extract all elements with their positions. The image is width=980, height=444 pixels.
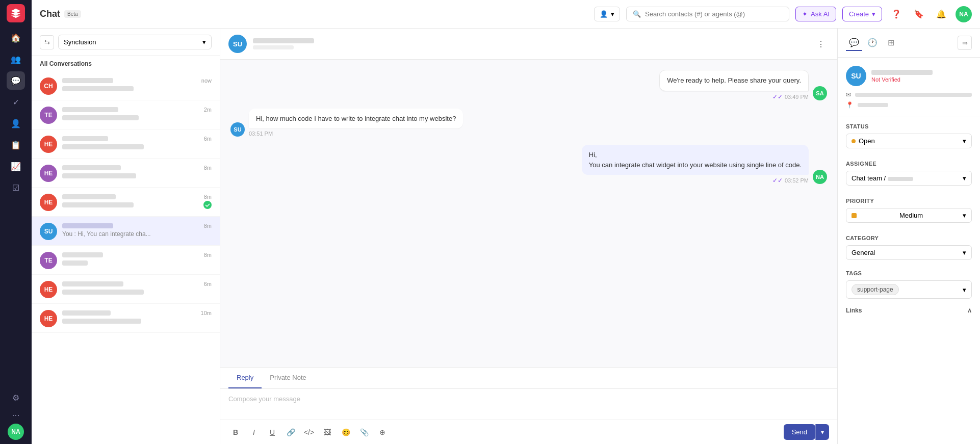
chat-contact-sub <box>253 45 294 49</box>
message-bubble: Hi, You can integrate chat widget into y… <box>582 145 809 184</box>
search-bar[interactable]: 🔍 <box>626 7 789 21</box>
search-input[interactable] <box>645 10 783 18</box>
conv-preview <box>62 290 144 295</box>
conv-time: 10m <box>201 310 212 316</box>
compose-input[interactable]: Compose your message <box>220 389 837 420</box>
toggle-icon: ⇆ <box>44 38 50 46</box>
sidebar-toggle-button[interactable]: ⇆ <box>40 35 54 49</box>
message-row: SU Hi, how much code I have to write to … <box>230 109 463 137</box>
status-open-dot <box>852 139 856 143</box>
list-item[interactable]: TE 8m <box>32 246 220 275</box>
nav-more-icon[interactable]: ··· <box>12 410 19 421</box>
conv-time: 8m <box>204 165 212 171</box>
meta-email-row: ✉ <box>846 91 972 98</box>
contact-section: SU Not Verified ✉ 📍 <box>838 58 980 117</box>
email-icon: ✉ <box>846 91 851 98</box>
location-value <box>858 103 888 107</box>
conv-avatar: HE <box>40 281 57 298</box>
location-icon: 📍 <box>846 101 854 109</box>
emoji-button[interactable]: 😊 <box>339 425 353 439</box>
left-navigation: 🏠 👥 💬 ✓ 👤 📋 📈 ☑ ⚙ ··· NA <box>0 0 32 444</box>
content-area: ⇆ Syncfusion ▾ All Conversations CH now <box>32 29 980 444</box>
status-chevron-icon: ▾ <box>963 137 966 145</box>
conv-avatar: HE <box>40 165 57 182</box>
chat-more-icon[interactable]: ⋮ <box>813 36 829 52</box>
bookmark-icon[interactable]: 🔖 <box>911 6 927 22</box>
nav-reports-icon[interactable]: 📋 <box>7 136 25 154</box>
list-item[interactable]: HE 6m <box>32 275 220 304</box>
assignee-dropdown[interactable]: Chat team / ▾ <box>846 171 972 186</box>
conversations-sidebar: ⇆ Syncfusion ▾ All Conversations CH now <box>32 29 220 444</box>
image-button[interactable]: 🖼 <box>320 425 334 439</box>
nav-crm-icon[interactable]: 👤 <box>7 114 25 133</box>
nav-automation-icon[interactable]: ☑ <box>7 178 25 197</box>
user-avatar[interactable]: NA <box>956 6 972 22</box>
priority-dropdown[interactable]: Medium ▾ <box>846 208 972 223</box>
conv-preview <box>62 115 139 120</box>
tag-chip: support-page <box>852 284 899 295</box>
bold-button[interactable]: B <box>228 425 243 439</box>
conv-preview <box>62 144 144 149</box>
status-value: Open <box>859 137 875 145</box>
list-item[interactable]: HE 10m <box>32 304 220 333</box>
nav-settings-icon[interactable]: ⚙ <box>7 388 25 407</box>
notifications-icon[interactable]: 🔔 <box>933 6 949 22</box>
tags-dropdown[interactable]: support-page ▾ <box>846 280 972 299</box>
status-dropdown[interactable]: Open ▾ <box>846 134 972 148</box>
create-button[interactable]: Create ▾ <box>842 7 882 21</box>
link-button[interactable]: 🔗 <box>283 425 298 439</box>
nav-chat-icon[interactable]: 💬 <box>7 71 25 90</box>
underline-button[interactable]: U <box>265 425 279 439</box>
conv-avatar: SU <box>40 223 57 240</box>
list-item[interactable]: SU 8m You : Hi, You can integrate cha... <box>32 217 220 246</box>
code-button[interactable]: </> <box>302 425 316 439</box>
top-header: Chat Beta 👤 ▾ 🔍 ✦ Ask AI Create ▾ ❓ 🔖 🔔 … <box>32 0 980 29</box>
sidebar-header: ⇆ Syncfusion ▾ <box>32 29 220 56</box>
panel-tab-history-icon[interactable]: 🕐 <box>864 35 881 51</box>
nav-tasks-icon[interactable]: ✓ <box>7 93 25 111</box>
links-section: Links ∧ <box>838 303 980 318</box>
conversations-label: All Conversations <box>32 56 220 71</box>
conv-name <box>62 78 113 83</box>
ask-ai-icon: ✦ <box>802 10 808 18</box>
attachment-button[interactable]: 📎 <box>357 425 371 439</box>
agent-selector[interactable]: 👤 ▾ <box>594 7 620 21</box>
links-collapse-icon[interactable]: ∧ <box>967 307 972 314</box>
inbox-chevron-icon: ▾ <box>202 38 206 46</box>
panel-tab-grid-icon[interactable]: ⊞ <box>883 35 899 51</box>
inbox-selector[interactable]: Syncfusion ▾ <box>58 35 212 49</box>
conv-name <box>62 252 103 257</box>
conv-time: 6m <box>204 281 212 287</box>
nav-contacts-icon[interactable]: 👥 <box>7 50 25 68</box>
conv-preview <box>62 319 141 324</box>
assignee-name-bar <box>888 177 913 181</box>
nav-home-icon[interactable]: 🏠 <box>7 29 25 47</box>
app-logo[interactable] <box>7 4 25 22</box>
message-bubble: We're ready to help. Please share your q… <box>659 70 809 100</box>
panel-collapse-button[interactable]: ⇒ <box>958 36 972 50</box>
panel-tab-conversation-icon[interactable]: 💬 <box>846 35 862 51</box>
send-button[interactable]: Send <box>784 424 815 440</box>
tab-private-note[interactable]: Private Note <box>262 368 315 388</box>
nav-analytics-icon[interactable]: 📈 <box>7 157 25 175</box>
list-item[interactable]: HE 6m <box>32 129 220 159</box>
conv-preview: You : Hi, You can integrate cha... <box>62 230 151 238</box>
send-options-button[interactable]: ▾ <box>815 424 829 440</box>
list-item[interactable]: HE 8m <box>32 159 220 188</box>
message-row: SA We're ready to help. Please share you… <box>659 70 827 100</box>
message-text: Hi, You can integrate chat widget into y… <box>582 145 809 175</box>
conv-preview <box>62 173 136 178</box>
list-item[interactable]: CH now <box>32 71 220 100</box>
category-dropdown[interactable]: General ▾ <box>846 245 972 260</box>
list-item[interactable]: TE 2m <box>32 100 220 129</box>
ask-ai-button[interactable]: ✦ Ask AI <box>795 7 836 21</box>
message-avatar: SU <box>230 122 245 137</box>
priority-label: Priority <box>846 198 972 204</box>
contact-name <box>871 70 933 75</box>
list-item[interactable]: HE 8m <box>32 188 220 217</box>
help-icon[interactable]: ❓ <box>888 6 905 22</box>
tab-reply[interactable]: Reply <box>228 368 262 388</box>
more-button[interactable]: ⊕ <box>375 425 390 439</box>
nav-user-avatar[interactable]: NA <box>8 424 24 440</box>
italic-button[interactable]: I <box>247 425 261 439</box>
